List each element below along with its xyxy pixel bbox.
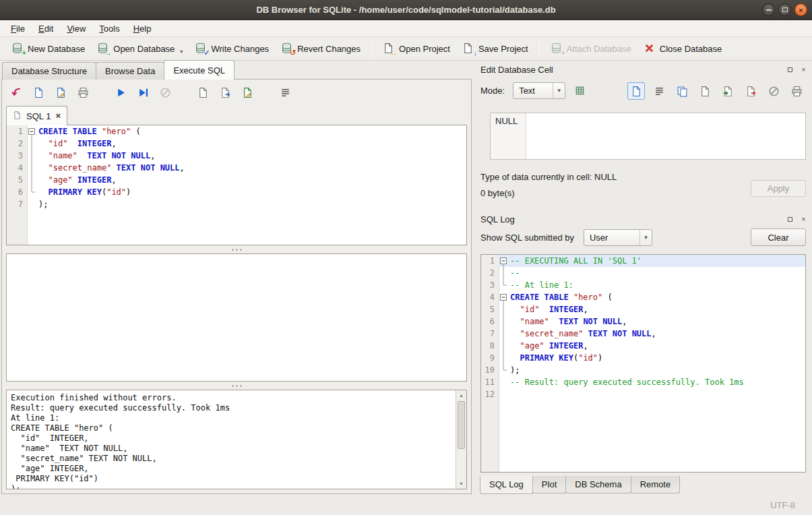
code-text: "secret_name" TEXT NOT NULL, [36, 162, 466, 174]
open-database-button[interactable]: →Open Database▾ [91, 40, 189, 57]
cell-content-editor[interactable]: NULL [490, 113, 806, 160]
word-wrap-icon[interactable] [650, 82, 668, 100]
close-database-button[interactable]: Close Database [637, 40, 728, 57]
set-null-icon[interactable] [765, 82, 782, 100]
line-number: 5 [7, 174, 27, 186]
cell-size-info: 0 byte(s) [480, 188, 515, 198]
sql-editor[interactable]: 1CREATE TABLE "hero" (2 "id" INTEGER,3 "… [6, 125, 467, 245]
code-text: "secret_name" TEXT NOT NULL, [508, 328, 805, 340]
mode-label: Mode: [480, 86, 505, 96]
cell-type-info: Type of data currently in cell: NULL [480, 172, 617, 182]
code-text: -- EXECUTING ALL IN 'SQL 1' [508, 255, 805, 267]
close-dock-icon[interactable]: × [799, 65, 808, 74]
print-icon[interactable] [788, 82, 805, 100]
clear-button[interactable]: Clear [751, 229, 806, 246]
scrollbar[interactable]: ▲ ▼ [456, 390, 466, 489]
tab-browse-data[interactable]: Browse Data [96, 62, 164, 80]
title-bar[interactable]: DB Browser for SQLite - /home/user/code/… [0, 0, 812, 20]
menu-view[interactable]: View [60, 22, 92, 36]
line-number: 1 [7, 125, 27, 138]
chevron-down-icon: ▼ [639, 230, 652, 245]
auto-switch-mode-button[interactable] [571, 82, 588, 99]
scroll-down-icon[interactable]: ▼ [456, 479, 466, 489]
scroll-up-icon[interactable]: ▲ [456, 390, 466, 400]
text-mode-icon[interactable] [627, 82, 645, 100]
menu-edit[interactable]: Edit [32, 22, 60, 36]
maximize-icon [782, 7, 788, 12]
mode-value: Text [519, 86, 547, 96]
splitter-handle[interactable] [6, 382, 467, 390]
export-icon[interactable] [742, 82, 759, 100]
scroll-track[interactable] [456, 400, 466, 479]
close-database-icon [644, 42, 656, 55]
open-sql-file-icon[interactable] [9, 85, 24, 100]
fold-marker-icon[interactable] [499, 291, 508, 303]
close-window-button[interactable]: × [794, 3, 807, 16]
scroll-thumb[interactable] [458, 401, 465, 449]
bottom-tab-db-schema[interactable]: DB Schema [565, 476, 631, 493]
sql-log-view[interactable]: 1-- EXECUTING ALL IN 'SQL 1'2--3-- At li… [480, 254, 806, 473]
code-line: 12 [481, 388, 805, 400]
copy-icon[interactable] [673, 82, 691, 100]
print-icon[interactable] [75, 85, 90, 100]
save-sql-file-icon[interactable] [31, 85, 46, 100]
code-line: 5 "id" INTEGER, [481, 303, 805, 315]
menu-help[interactable]: Help [127, 22, 158, 36]
close-database-label: Close Database [660, 44, 722, 54]
chevron-down-icon[interactable]: ▾ [180, 49, 183, 55]
float-dock-icon[interactable] [786, 215, 794, 224]
splitter-handle[interactable] [6, 245, 467, 253]
cell-editor-toolbar [627, 82, 805, 100]
save-as-icon[interactable] [696, 82, 714, 100]
window-controls: × [762, 3, 807, 16]
apply-button[interactable]: Apply [751, 180, 806, 197]
sql-document-tab[interactable]: SQL 1 × [6, 106, 67, 125]
maximize-button[interactable] [778, 3, 791, 16]
line-number: 9 [481, 352, 499, 364]
save-view-icon[interactable] [240, 85, 255, 100]
fold-marker-icon [499, 303, 508, 315]
code-line: 7); [7, 198, 466, 210]
code-text [508, 388, 805, 400]
bottom-tab-plot[interactable]: Plot [532, 476, 566, 493]
encoding-indicator: UTF-8 [770, 500, 795, 510]
line-number: 7 [481, 328, 499, 340]
close-tab-icon[interactable]: × [55, 112, 61, 120]
execute-current-line-icon[interactable] [135, 85, 150, 100]
write-changes-button[interactable]: ✓Write Changes [189, 40, 275, 57]
close-icon: × [799, 6, 803, 14]
chevron-down-icon: ▼ [553, 83, 565, 98]
main-toolbar: +New Database→Open Database▾✓Write Chang… [0, 37, 812, 61]
save-sql-file-as-icon[interactable] [53, 85, 68, 100]
save-project-icon: ↓ [462, 42, 474, 55]
open-database-label: Open Database [113, 44, 175, 54]
execute-all-icon[interactable] [113, 85, 128, 100]
bottom-tab-sql-log[interactable]: SQL Log [480, 476, 533, 494]
tab-database-structure[interactable]: Database Structure [2, 62, 96, 80]
open-project-button[interactable]: →Open Project [377, 40, 456, 57]
float-dock-icon[interactable] [786, 65, 794, 74]
menu-file[interactable]: File [4, 22, 32, 36]
revert-changes-button[interactable]: ↺Revert Changes [275, 40, 367, 57]
line-number: 6 [7, 186, 27, 198]
new-tab-icon[interactable] [195, 85, 210, 100]
code-line: 10); [481, 364, 805, 376]
open-project-icon: → [383, 42, 395, 55]
new-database-button[interactable]: +New Database [5, 40, 91, 57]
word-wrap-icon[interactable] [278, 85, 292, 100]
menu-tools[interactable]: Tools [92, 22, 126, 36]
save-project-button[interactable]: ↓Save Project [456, 40, 534, 57]
fold-marker-icon[interactable] [499, 255, 508, 267]
code-line: 3 "name" TEXT NOT NULL, [7, 150, 466, 162]
bottom-tab-remote[interactable]: Remote [631, 476, 681, 493]
close-dock-icon[interactable]: × [799, 215, 808, 224]
import-icon[interactable] [719, 82, 737, 100]
submitted-by-select[interactable]: User ▼ [584, 229, 652, 246]
code-text: -- At line 1: [508, 279, 805, 291]
export-csv-icon[interactable] [218, 85, 232, 100]
minimize-button[interactable] [762, 3, 775, 16]
fold-marker-icon [27, 138, 36, 150]
fold-marker-icon[interactable] [27, 125, 36, 138]
tab-execute-sql[interactable]: Execute SQL [164, 60, 235, 80]
mode-select[interactable]: Text ▼ [513, 82, 565, 99]
